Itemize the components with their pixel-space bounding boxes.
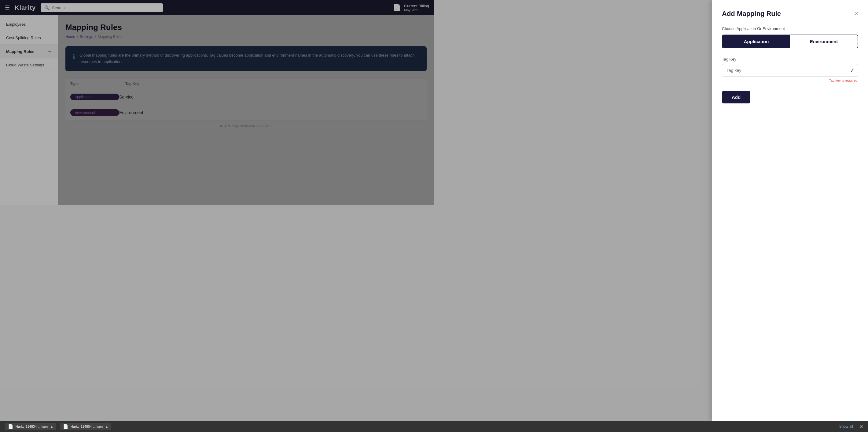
modal-overlay[interactable] (0, 0, 434, 216)
